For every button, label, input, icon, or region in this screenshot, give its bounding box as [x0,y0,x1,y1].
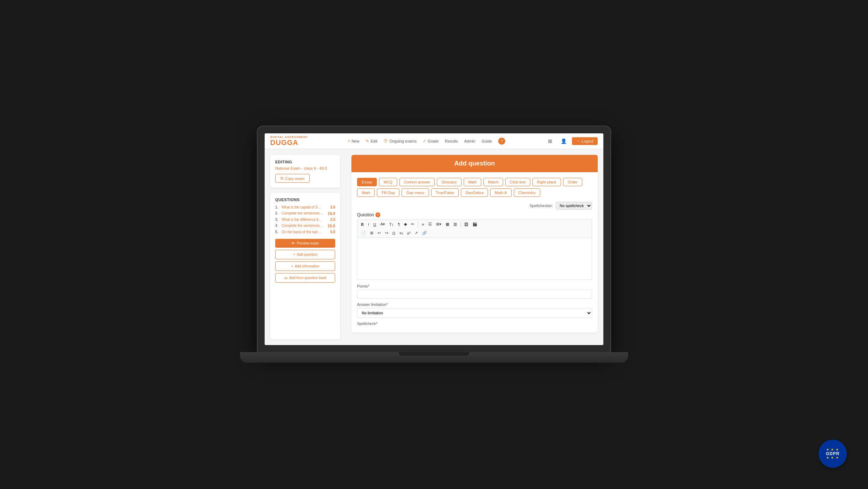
check-icon: ✓ [423,139,426,144]
video-button[interactable]: 🎬 [471,221,479,227]
superscript-button[interactable]: x² [406,230,412,236]
nav-guide[interactable]: Guide [482,139,492,143]
nav-new[interactable]: + New [348,139,359,144]
question-form: Essay MCQ Correct answer Glossary Math M… [351,172,598,333]
points-input[interactable] [357,290,592,299]
type-math-a[interactable]: Math A [490,188,511,197]
nav-ongoing[interactable]: ⏱ Ongoing exams [384,139,416,144]
type-mark[interactable]: Mark [357,188,375,197]
table-button[interactable]: ⊞ [369,230,375,236]
nav-grade[interactable]: ✓ Grade [423,139,439,144]
gdpr-stars-bottom: ★ ★ ★ [826,456,839,459]
subscript-button[interactable]: x₂ [398,230,404,236]
toolbar-separator [418,222,418,227]
add-question-label: Add question [297,253,317,256]
list-item[interactable]: 5. On the basis of the last semi... 5.0 [275,230,335,234]
question-text: Complete the sentences wi... [282,224,323,228]
image-button[interactable]: 🖼 [463,222,470,227]
omega-button[interactable]: Ω [391,230,397,236]
question-score: 3.0 [325,205,335,209]
type-gap-menu[interactable]: Gap menu [402,188,429,197]
type-geogebra[interactable]: GeoGebra [461,188,488,197]
type-correct-answer[interactable]: Correct answer [399,178,435,186]
toolbar-separator [460,222,461,227]
question-score: 2.0 [325,218,335,222]
italic-button[interactable]: I [367,222,370,227]
preview-label: Preview exam [297,241,319,245]
spellcheck-label: Spellchecker: [530,204,553,208]
gdpr-badge: ★ ★ ★ GDPR ★ ★ ★ [819,440,847,468]
question-type-buttons: Essay MCQ Correct answer Glossary Math M… [357,178,592,197]
logout-button[interactable]: → Logout [572,137,598,145]
type-order[interactable]: Order [563,178,582,186]
list-item[interactable]: 2. Complete the sentences wi... 15.0 [275,211,335,216]
ordered-list-button[interactable]: ≡ [420,222,425,227]
main-content: EDITING National Exam - class 9 - 40.0 ⧉… [265,149,603,345]
redo-button[interactable]: ↪ [384,230,390,236]
outdent-button[interactable]: ▥ [452,221,458,227]
type-mcq[interactable]: MCQ [379,178,397,186]
list-item[interactable]: 3. What is the difference betw... 2.0 [275,218,335,222]
indent-button[interactable]: ▦ [444,221,451,227]
nav-edit[interactable]: ✎ Edit [366,139,377,144]
link-button[interactable]: 🔗 [421,230,428,236]
left-panel: EDITING National Exam - class 9 - 40.0 ⧉… [265,149,346,345]
nav-new-label: New [351,139,359,143]
copy-exam-button[interactable]: ⧉ Copy exam [275,174,310,183]
preview-icon: 👁 [291,241,295,245]
type-true-false[interactable]: True/False [431,188,459,197]
type-essay[interactable]: Essay [357,178,377,186]
highlight-button[interactable]: ◆ [403,221,408,227]
laptop-bezel: digital assessment dugga + New ✎ Edit [258,126,610,352]
paragraph-button[interactable]: ¶ [397,222,402,227]
nav-admin-label: Admin [464,139,475,143]
pencil-button[interactable]: ✏ [410,221,416,227]
align-button[interactable]: ⊞▾ [435,221,443,227]
spellcheck-select[interactable]: No spellcheck English Swedish Norwegian [556,202,592,210]
spellcheck-row: Spellchecker: No spellcheck English Swed… [357,202,592,210]
add-from-bank-button[interactable]: 🗂 Add from question bank [275,273,335,283]
answer-limitation-select[interactable]: No limitation Words Characters [357,308,592,318]
type-glossary[interactable]: Glossary [437,178,461,186]
type-fill-gap[interactable]: Fill Gap [377,188,399,197]
type-click-text[interactable]: Click text [505,178,530,186]
add-icon: + [293,253,295,256]
logo: digital assessment dugga [270,135,308,147]
add-question-section: Add question Essay MCQ Correct answer Gl… [351,155,598,333]
text-style-button[interactable]: T↕ [388,222,395,227]
user-icon[interactable]: 👤 [559,136,568,146]
expand-button[interactable]: ↗ [413,230,419,236]
undo-button[interactable]: ↩ [376,230,382,236]
question-text: What is the capital of Swed... [282,205,323,209]
top-nav: digital assessment dugga + New ✎ Edit [265,133,603,149]
logo-subtitle: digital assessment [270,135,308,139]
grid-icon[interactable]: ⊞ [545,136,555,146]
list-item[interactable]: 4. Complete the sentences wi... 15.0 [275,224,335,228]
doc-button[interactable]: 📄 [360,230,367,236]
nav-right: ⊞ 👤 → Logout [545,136,598,146]
editing-label: EDITING [275,160,335,164]
unordered-list-button[interactable]: ☰ [427,221,433,227]
add-question-title: Add question [351,155,598,172]
type-match[interactable]: Match [483,178,503,186]
type-math[interactable]: Math [464,178,481,186]
font-color-button[interactable]: A▾ [379,221,386,227]
add-question-button[interactable]: + Add question [275,250,335,259]
list-item[interactable]: 1. What is the capital of Swed... 3.0 [275,205,335,209]
nav-admin[interactable]: Admin [464,139,475,143]
help-icon[interactable]: ? [375,212,380,217]
underline-button[interactable]: U [372,222,378,227]
preview-exam-button[interactable]: 👁 Preview exam [275,239,335,248]
nav-results[interactable]: Results [445,139,458,143]
type-chemistry[interactable]: Chemistry [514,188,541,197]
add-information-button[interactable]: + Add information [275,261,335,271]
type-right-place[interactable]: Right place [532,178,561,186]
question-text: Complete the sentences wi... [282,211,323,215]
bank-icon: 🗂 [284,276,288,280]
logout-arrow-icon: → [576,139,580,143]
help-button[interactable]: ? [498,138,505,145]
copy-icon: ⧉ [281,176,283,181]
bold-button[interactable]: B [360,222,365,227]
question-number: 1. [275,205,280,209]
question-editor[interactable] [357,237,592,280]
